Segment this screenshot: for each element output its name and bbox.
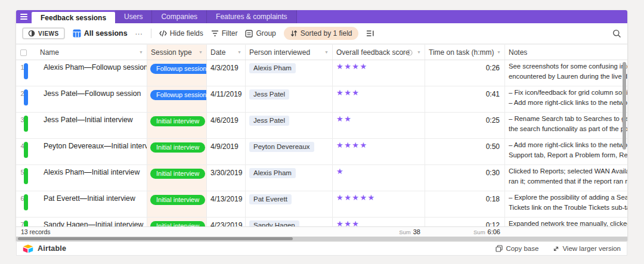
column-header-notes[interactable]: Notes [505, 45, 627, 60]
table-row[interactable]: 1 Alexis Pham—Followup session Followup … [16, 60, 627, 86]
person-cell[interactable]: Jess Patel [246, 86, 333, 112]
time-on-task-cell[interactable]: 0:30 [425, 165, 505, 191]
column-dropdown-icon[interactable]: ▼ [497, 50, 501, 54]
vertical-scrollbar-thumb[interactable] [623, 62, 626, 150]
star-rating[interactable]: ★★★ [333, 218, 425, 226]
notes-cell[interactable]: – Explore the possibility of adding a Se… [505, 191, 627, 217]
star-rating[interactable]: ★★ [333, 113, 425, 138]
session-name: Peyton Devereaux—Initial interview [44, 142, 147, 150]
row-height-button[interactable] [366, 30, 374, 37]
time-on-task-cell[interactable]: 0:25 [425, 113, 505, 138]
time-on-task-cell[interactable]: 0:18 [425, 191, 505, 217]
notes-cell[interactable]: – Add more right-click links to the netw… [505, 139, 627, 164]
horizontal-scrollbar-track[interactable] [16, 237, 627, 241]
hide-fields-button[interactable]: Hide fields [159, 29, 203, 38]
person-cell[interactable]: Pat Everett [246, 191, 333, 217]
session-type-cell[interactable]: Initial interview [147, 165, 207, 191]
table-row[interactable]: 4 Peyton Devereaux—Initial interview Ini… [16, 139, 627, 165]
name-cell[interactable]: 7 Sandy Hagen—Initial interview [16, 218, 147, 226]
airtable-wordmark[interactable]: Airtable [38, 244, 66, 253]
person-cell[interactable]: Alexis Pham [246, 60, 333, 86]
session-type-cell[interactable]: Initial interview [147, 191, 207, 217]
note-line-2: the search functionality as part of the … [509, 124, 627, 134]
star-rating[interactable]: ★ [333, 165, 425, 191]
column-header-date[interactable]: Date ▼ [207, 45, 246, 60]
view-more-menu[interactable]: ... [135, 28, 143, 39]
table-row[interactable]: 7 Sandy Hagen—Initial interview Initial … [16, 218, 627, 226]
column-dropdown-icon[interactable]: ▼ [324, 50, 329, 54]
notes-cell[interactable]: – Fix icon/feedback for grid column sort… [505, 86, 627, 112]
airtable-logo-icon[interactable] [23, 244, 33, 253]
views-button[interactable]: VIEWS [22, 27, 65, 39]
star-rating[interactable]: ★★★★★ [333, 191, 425, 217]
time-on-task-cell[interactable]: 0:41 [425, 86, 505, 112]
date-cell[interactable]: 4/3/2019 [207, 60, 246, 86]
tab-companies[interactable]: Companies [152, 10, 207, 23]
column-header-time-on-task[interactable]: Time on task (h:mm) ▼ [425, 45, 505, 60]
name-cell[interactable]: 4 Peyton Devereaux—Initial interview [16, 139, 147, 164]
column-header-person-interviewed[interactable]: Person interviewed ▼ [246, 45, 333, 60]
note-line-2: – Add more right-click links to the netw… [509, 98, 627, 108]
date-cell[interactable]: 3/30/2019 [207, 165, 246, 191]
horizontal-scrollbar-thumb[interactable] [18, 237, 293, 240]
notes-cell[interactable]: Expanded network tree manually, clicked … [505, 218, 627, 226]
score-sum-cell[interactable]: Sum 38 [333, 227, 425, 237]
time-on-task-cell[interactable]: 0:50 [425, 139, 505, 164]
sum-label: Sum [473, 229, 485, 235]
person-chip: Alexis Pham [249, 63, 296, 73]
star-rating[interactable]: ★★★★ [333, 139, 425, 164]
session-name: Jess Patel—Initial interview [44, 116, 133, 124]
column-header-name[interactable]: Name ▼ [16, 45, 147, 60]
name-cell[interactable]: 2 Jess Patel—Followup session [16, 86, 147, 112]
date-cell[interactable]: 4/6/2019 [207, 113, 246, 138]
name-cell[interactable]: 1 Alexis Pham—Followup session [16, 60, 147, 86]
filter-button[interactable]: Filter [211, 29, 238, 38]
date-cell[interactable]: 4/13/2019 [207, 191, 246, 217]
search-button[interactable] [612, 29, 621, 38]
session-type-cell[interactable]: Initial interview [147, 113, 207, 138]
person-cell[interactable]: Peyton Devereaux [246, 139, 333, 164]
time-on-task-cell[interactable]: 0:12 [425, 218, 505, 226]
notes-cell[interactable]: See screenshots for some confusing inter… [505, 60, 627, 86]
table-row[interactable]: 2 Jess Patel—Followup session Followup s… [16, 86, 627, 113]
column-header-session-type[interactable]: Session type ▼ [147, 45, 207, 60]
person-chip: Pat Everett [249, 194, 292, 204]
column-dropdown-icon[interactable]: ▼ [417, 50, 421, 54]
view-larger-button[interactable]: View larger version [553, 245, 621, 252]
column-dropdown-icon[interactable]: ▼ [139, 50, 143, 54]
current-view-button[interactable]: All sessions [73, 29, 128, 38]
person-cell[interactable]: Sandy Hagen [246, 218, 333, 226]
tab-users[interactable]: Users [115, 10, 152, 23]
column-header-overall-feedback-score[interactable]: Overall feedback score ▼ [333, 45, 425, 60]
star-rating[interactable]: ★★★ [333, 86, 425, 112]
person-cell[interactable]: Alexis Pham [246, 165, 333, 191]
session-type-cell[interactable]: Initial interview [147, 139, 207, 164]
session-type-cell[interactable]: Followup session [147, 60, 207, 86]
notes-cell[interactable]: Clicked to Reports; selected WAN Availab… [505, 165, 627, 191]
menu-icon[interactable] [16, 10, 32, 23]
session-type-cell[interactable]: Followup session [147, 86, 207, 112]
select-all-checkbox[interactable] [20, 49, 27, 56]
tab-feedback-sessions[interactable]: Feedback sessions [32, 12, 115, 23]
star-rating[interactable]: ★★★★ [333, 60, 425, 86]
column-dropdown-icon[interactable]: ▼ [199, 50, 203, 54]
person-cell[interactable]: Jess Patel [246, 113, 333, 138]
session-type-cell[interactable]: Initial interview [147, 218, 207, 226]
notes-cell[interactable]: – Rename Search tab to Searches to get u… [505, 113, 627, 138]
group-button[interactable]: Group [245, 29, 275, 38]
name-cell[interactable]: 6 Pat Everett—Initial interview [16, 191, 147, 217]
table-row[interactable]: 5 Alexis Pham—Initial interview Initial … [16, 165, 627, 191]
tab-features-complaints[interactable]: Features & complaints [207, 10, 296, 23]
time-on-task-cell[interactable]: 0:26 [425, 60, 505, 86]
name-cell[interactable]: 5 Alexis Pham—Initial interview [16, 165, 147, 191]
copy-base-button[interactable]: Copy base [496, 245, 538, 252]
sort-button[interactable]: Sorted by 1 field [284, 27, 359, 40]
date-cell[interactable]: 4/23/2019 [207, 218, 246, 226]
date-cell[interactable]: 4/11/2019 [207, 86, 246, 112]
date-cell[interactable]: 4/9/2019 [207, 139, 246, 164]
name-cell[interactable]: 3 Jess Patel—Initial interview [16, 113, 147, 138]
column-dropdown-icon[interactable]: ▼ [237, 50, 242, 54]
table-row[interactable]: 3 Jess Patel—Initial interview Initial i… [16, 113, 627, 139]
time-sum-cell[interactable]: Sum 6:06 [425, 227, 505, 237]
table-row[interactable]: 6 Pat Everett—Initial interview Initial … [16, 191, 627, 218]
